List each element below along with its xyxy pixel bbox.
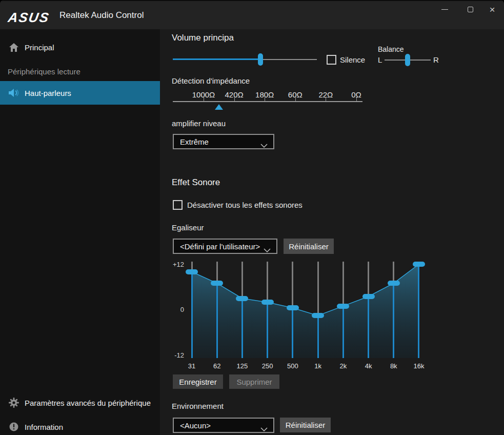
gear-icon [8,398,19,408]
sidebar-section-label: Périphériques lecture [8,67,80,76]
equalizer-delete-button[interactable]: Supprimer [229,374,279,389]
equalizer-preset-value: <Défini par l'utilisateur> [180,242,260,251]
eq-band-track-upper[interactable] [241,262,243,299]
impedance-tick [234,97,235,101]
chevron-down-icon [260,141,268,149]
home-icon [8,42,19,52]
balance-slider-handle[interactable] [405,54,410,66]
eq-band-freq-label: 62 [207,362,227,370]
minimize-icon [441,9,448,10]
eq-band-freq-label: 500 [283,362,303,370]
eq-band-track-upper[interactable] [368,262,369,296]
eq-band-handle-4k[interactable] [362,294,375,299]
eq-band-track-lower[interactable] [241,299,243,358]
window-title: Realtek Audio Control [59,10,144,21]
eq-band-track-lower[interactable] [393,283,394,358]
balance-label: Balance [378,45,404,53]
eq-band-track-lower[interactable] [317,315,319,358]
eq-band-handle-31[interactable] [186,269,198,274]
impedance-tick [204,97,204,101]
volume-section-title: Volume principa [172,33,234,43]
impedance-marker-icon [215,104,223,110]
impedance-tick [265,97,265,101]
volume-slider-handle[interactable] [258,53,263,66]
silence-label: Silence [340,55,365,64]
environment-label: Environnement [172,402,224,410]
close-icon: × [489,5,495,14]
balance-left-label: L [378,55,382,64]
eq-band-track-upper[interactable] [342,262,344,306]
eq-band-handle-8k[interactable] [388,281,400,286]
eq-band-handle-1k[interactable] [312,313,324,318]
eq-band-handle-250[interactable] [261,300,274,305]
environment-reset-button[interactable]: Réinitialiser [280,418,331,432]
eq-band-track-lower[interactable] [267,302,268,358]
eq-band-freq-label: 8k [384,362,404,370]
impedance-tick [326,97,326,101]
impedance-tick [356,97,357,101]
eq-band-freq-label: 16k [409,362,429,370]
sidebar: Principal Périphériques lecture Haut-par… [0,29,160,435]
eq-band-track-lower[interactable] [342,306,344,358]
info-icon [8,422,19,432]
sidebar-item-principal[interactable]: Principal [0,37,160,57]
disable-effects-checkbox[interactable] [173,200,183,210]
environment-dropdown[interactable]: <Aucun> [173,418,274,433]
equalizer-curve [172,259,443,372]
eq-band-handle-500[interactable] [287,305,299,310]
maximize-button[interactable] [460,2,480,16]
eq-band-track-lower[interactable] [418,264,419,358]
eq-band-track-upper[interactable] [317,262,319,315]
sidebar-item-label: Haut-parleurs [25,89,71,97]
close-button[interactable]: × [482,2,502,16]
equalizer-reset-button[interactable]: Réinitialiser [284,239,334,254]
equalizer-chart: +12 0 -12 31621252505001k2k4k8k16k [172,259,443,372]
eq-band-freq-label: 125 [232,362,252,370]
sidebar-item-haut-parleurs[interactable]: Haut-parleurs [0,81,160,105]
eq-band-track-upper[interactable] [292,262,293,308]
maximize-icon [468,7,473,12]
eq-band-track-upper[interactable] [267,262,268,302]
impedance-ruler-line [173,101,362,102]
sidebar-item-label: Paramètres avancés du périphérique [25,399,151,407]
eq-band-freq-label: 4k [358,362,379,370]
eq-band-track-lower[interactable] [368,296,369,358]
main-content: Volume principa Silence Balance L R Déte… [160,29,504,435]
sidebar-item-label: Principal [25,43,54,52]
speaker-icon [8,88,19,98]
silence-checkbox[interactable] [327,55,336,65]
equalizer-preset-dropdown[interactable]: <Défini par l'utilisateur> [173,239,277,254]
equalizer-label: Egaliseur [172,223,204,232]
eq-band-handle-125[interactable] [236,296,248,301]
eq-band-track-upper[interactable] [216,262,218,283]
volume-slider-fill [173,58,260,60]
asus-logo: ASUS [7,10,51,26]
amplifier-dropdown[interactable]: Extrême [173,134,274,149]
eq-band-track-upper[interactable] [393,262,394,283]
chevron-down-icon [260,424,268,433]
impedance-title: Détection d'impédance [172,76,250,85]
balance-control: Balance L R [378,45,491,70]
eq-band-freq-label: 250 [257,362,278,370]
sidebar-item-advanced-settings[interactable]: Paramètres avancés du périphérique [0,392,160,413]
eq-band-freq-label: 1k [308,362,328,370]
equalizer-save-button[interactable]: Enregistrer [173,374,223,389]
eq-band-freq-label: 31 [182,362,202,370]
eq-band-handle-62[interactable] [211,281,223,286]
eq-band-track-lower[interactable] [292,308,293,358]
app-window: ASUS Realtek Audio Control × Principal P… [0,0,504,435]
eq-band-track-lower[interactable] [191,272,193,358]
amplifier-label: amplifier niveau [172,119,226,128]
impedance-tick [295,97,296,101]
balance-right-label: R [433,55,439,64]
eq-band-handle-2k[interactable] [337,304,349,309]
minimize-button[interactable] [434,2,455,16]
eq-band-handle-16k[interactable] [413,262,425,267]
disable-effects-label: Désactiver tous les effets sonores [187,201,303,209]
titlebar: ASUS Realtek Audio Control × [0,0,504,29]
volume-slider[interactable] [173,53,317,66]
eq-band-track-lower[interactable] [216,283,218,358]
impedance-ruler: 1000Ω420Ω180Ω60Ω22Ω0Ω [173,90,364,111]
environment-dropdown-value: <Aucun> [180,421,211,430]
sidebar-item-information[interactable]: Information [0,417,160,435]
